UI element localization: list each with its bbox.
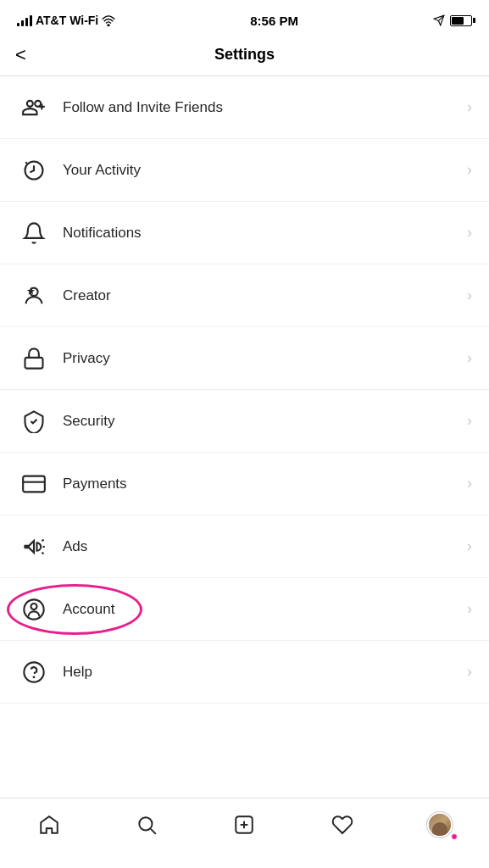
chevron-icon: › <box>467 537 472 555</box>
chevron-icon: › <box>467 349 472 367</box>
svg-point-18 <box>139 817 152 830</box>
credit-card-icon <box>17 467 51 501</box>
star-person-icon <box>17 279 51 313</box>
chevron-icon: › <box>467 98 472 116</box>
security-label: Security <box>63 413 467 430</box>
settings-item-security[interactable]: Security › <box>0 390 489 453</box>
creator-label: Creator <box>63 287 467 304</box>
svg-point-15 <box>31 604 37 609</box>
status-time: 8:56 PM <box>250 14 298 28</box>
carrier-label: AT&T Wi-Fi <box>36 14 98 27</box>
settings-item-follow-invite[interactable]: Follow and Invite Friends › <box>0 76 489 139</box>
avatar <box>427 812 453 837</box>
settings-item-privacy[interactable]: Privacy › <box>0 327 489 390</box>
page-title: Settings <box>214 46 275 64</box>
bell-icon <box>17 216 51 250</box>
settings-item-ads[interactable]: Ads › <box>0 515 489 578</box>
notifications-label: Notifications <box>63 225 467 242</box>
lock-icon <box>17 342 51 376</box>
navigation-bar: < Settings <box>0 37 489 76</box>
settings-item-your-activity[interactable]: Your Activity › <box>0 139 489 202</box>
home-icon <box>38 814 60 836</box>
svg-line-12 <box>42 553 43 554</box>
signal-icon <box>17 14 32 26</box>
tab-search[interactable] <box>125 806 168 843</box>
carrier-info: AT&T Wi-Fi <box>17 14 115 27</box>
svg-rect-8 <box>25 357 43 368</box>
chevron-icon: › <box>467 475 472 492</box>
person-add-icon <box>17 91 51 125</box>
help-label: Help <box>63 664 467 681</box>
settings-item-creator[interactable]: Creator › <box>0 264 489 327</box>
chevron-icon: › <box>467 224 472 242</box>
tab-bar <box>0 798 489 868</box>
payments-label: Payments <box>63 476 467 492</box>
svg-point-0 <box>108 24 109 25</box>
svg-line-19 <box>151 829 156 834</box>
megaphone-icon <box>17 530 51 564</box>
battery-icon <box>450 15 472 26</box>
account-label: Account <box>63 601 467 618</box>
your-activity-label: Your Activity <box>63 162 467 179</box>
location-icon <box>433 14 445 26</box>
settings-item-notifications[interactable]: Notifications › <box>0 202 489 264</box>
settings-list: Follow and Invite Friends › Your Activit… <box>0 76 489 798</box>
svg-rect-9 <box>23 476 45 492</box>
tab-home[interactable] <box>28 806 70 843</box>
chevron-icon: › <box>467 412 472 430</box>
tab-heart[interactable] <box>321 806 364 843</box>
chevron-icon: › <box>467 600 472 618</box>
settings-item-payments[interactable]: Payments › <box>0 453 489 515</box>
tab-profile[interactable] <box>419 806 461 843</box>
ads-label: Ads <box>63 538 467 555</box>
follow-invite-label: Follow and Invite Friends <box>63 99 467 116</box>
settings-item-account[interactable]: Account › <box>0 578 489 641</box>
notification-dot <box>451 833 458 840</box>
back-button[interactable]: < <box>15 46 26 64</box>
heart-icon <box>331 814 353 836</box>
shield-check-icon <box>17 404 51 438</box>
svg-line-11 <box>42 539 43 540</box>
svg-point-16 <box>24 662 43 682</box>
tab-add[interactable] <box>223 806 265 843</box>
activity-icon <box>17 153 51 187</box>
chevron-icon: › <box>467 161 472 179</box>
person-circle-icon <box>17 593 51 626</box>
search-icon <box>136 814 158 836</box>
chevron-icon: › <box>467 287 472 304</box>
privacy-label: Privacy <box>63 350 467 367</box>
status-bar: AT&T Wi-Fi 8:56 PM <box>0 0 489 37</box>
chevron-icon: › <box>467 663 472 681</box>
plus-square-icon <box>233 814 255 836</box>
status-right-icons <box>433 14 472 26</box>
settings-item-help[interactable]: Help › <box>0 641 489 704</box>
wifi-icon <box>102 15 115 26</box>
question-circle-icon <box>17 655 51 689</box>
